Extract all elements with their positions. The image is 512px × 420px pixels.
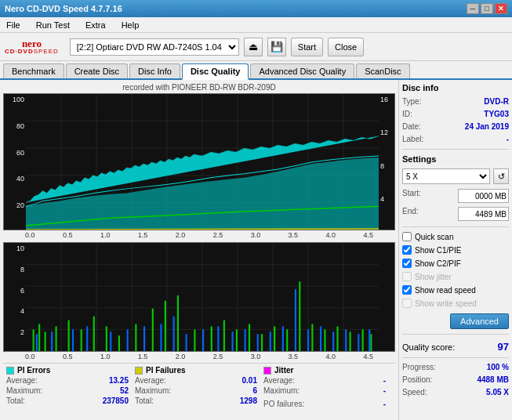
svg-rect-65 bbox=[173, 317, 175, 351]
svg-rect-59 bbox=[72, 329, 74, 351]
pi-errors-total-label: Total: bbox=[6, 396, 25, 405]
disc-date-value: 24 Jan 2019 bbox=[465, 122, 509, 131]
pi-failures-average-row: Average: 0.01 bbox=[135, 376, 263, 385]
bottom-chart-inner bbox=[26, 243, 379, 351]
pi-failures-average-label: Average: bbox=[135, 376, 166, 385]
speed-value: 5.05 X bbox=[486, 388, 509, 396]
disc-id-row: ID: TYG03 bbox=[402, 110, 509, 118]
window-title: Nero CD-DVD Speed 4.7.7.16 bbox=[5, 4, 122, 13]
toolbar: nero CD·DVDSPEED [2:2] Optiarc DVD RW AD… bbox=[0, 33, 512, 61]
menu-extra[interactable]: Extra bbox=[82, 19, 109, 31]
po-failures-value: - bbox=[383, 400, 386, 408]
jitter-max-label: Maximum: bbox=[263, 386, 300, 395]
top-y-axis-left: 100 80 60 40 20 bbox=[4, 94, 26, 230]
pi-failures-total-label: Total: bbox=[135, 396, 154, 405]
drive-select[interactable]: [2:2] Optiarc DVD RW AD-7240S 1.04 bbox=[70, 38, 239, 56]
end-mb-row: End: bbox=[402, 207, 509, 221]
svg-rect-34 bbox=[81, 329, 82, 351]
start-button[interactable]: Start bbox=[291, 38, 323, 56]
show-write-speed-checkbox[interactable] bbox=[402, 299, 412, 308]
tab-disc-info[interactable]: Disc Info bbox=[129, 63, 180, 78]
show-c2-pif-checkbox[interactable] bbox=[402, 259, 412, 268]
tab-bar: Benchmark Create Disc Disc Info Disc Qua… bbox=[0, 61, 512, 80]
svg-rect-75 bbox=[307, 329, 309, 351]
disc-label-row: Label: - bbox=[402, 135, 509, 143]
maximize-button[interactable]: □ bbox=[481, 3, 493, 14]
pi-errors-max-value: 52 bbox=[120, 386, 129, 395]
svg-rect-49 bbox=[286, 329, 288, 351]
settings-title: Settings bbox=[402, 154, 509, 164]
top-chart-inner bbox=[26, 94, 379, 230]
divider-1 bbox=[402, 149, 509, 150]
svg-rect-61 bbox=[110, 331, 111, 351]
show-read-speed-row: Show read speed bbox=[402, 285, 509, 295]
menu-help[interactable]: Help bbox=[118, 19, 143, 31]
svg-rect-69 bbox=[232, 331, 234, 351]
svg-rect-51 bbox=[311, 324, 313, 352]
progress-value: 100 % bbox=[487, 363, 509, 371]
svg-rect-35 bbox=[93, 317, 95, 351]
quality-score-label: Quality score: bbox=[402, 342, 455, 352]
tab-disc-quality[interactable]: Disc Quality bbox=[182, 63, 249, 80]
po-failures-row: PO failures: - bbox=[263, 400, 392, 408]
disc-type-row: Type: DVD-R bbox=[402, 97, 509, 106]
pi-errors-average-label: Average: bbox=[6, 376, 38, 385]
cd-brand: CD·DVDSPEED bbox=[5, 49, 59, 55]
pi-errors-color bbox=[6, 367, 14, 375]
close-window-button[interactable]: ✕ bbox=[495, 3, 507, 14]
divider-3 bbox=[402, 334, 509, 335]
pi-failures-legend: PI Failures Average: 0.01 Maximum: 6 Tot… bbox=[135, 366, 263, 408]
right-panel: Disc info Type: DVD-R ID: TYG03 Date: 24… bbox=[398, 80, 512, 420]
speed-select[interactable]: 5 X bbox=[402, 168, 490, 184]
save-icon[interactable]: 💾 bbox=[267, 38, 286, 56]
pi-errors-average-value: 13.25 bbox=[109, 376, 129, 385]
progress-row: Progress: 100 % bbox=[402, 363, 509, 371]
show-jitter-row: Show jitter bbox=[402, 272, 509, 281]
window-controls: ─ □ ✕ bbox=[467, 3, 507, 14]
svg-rect-54 bbox=[350, 331, 351, 351]
svg-rect-55 bbox=[362, 329, 364, 351]
menu-file[interactable]: File bbox=[3, 19, 24, 31]
show-read-speed-label: Show read speed bbox=[415, 286, 476, 295]
quick-scan-checkbox[interactable] bbox=[402, 232, 412, 241]
svg-rect-77 bbox=[332, 331, 334, 351]
disc-id-value: TYG03 bbox=[484, 110, 509, 118]
svg-rect-76 bbox=[320, 326, 321, 351]
end-mb-input[interactable] bbox=[458, 207, 509, 221]
svg-rect-52 bbox=[324, 329, 325, 351]
svg-rect-37 bbox=[118, 335, 120, 351]
pi-failures-total-value: 1298 bbox=[240, 396, 257, 405]
menu-run-test[interactable]: Run Test bbox=[33, 19, 73, 31]
tab-advanced-disc-quality[interactable]: Advanced Disc Quality bbox=[250, 63, 354, 78]
start-mb-input[interactable] bbox=[458, 189, 509, 203]
svg-rect-42 bbox=[194, 329, 195, 351]
minimize-button[interactable]: ─ bbox=[467, 3, 479, 14]
tab-create-disc[interactable]: Create Disc bbox=[66, 63, 128, 78]
pi-errors-max-row: Maximum: 52 bbox=[6, 386, 135, 395]
legend-area: PI Errors Average: 13.25 Maximum: 52 Tot… bbox=[3, 363, 395, 411]
svg-rect-38 bbox=[135, 324, 136, 352]
pi-failures-total-row: Total: 1298 bbox=[135, 396, 263, 405]
title-bar: Nero CD-DVD Speed 4.7.7.16 ─ □ ✕ bbox=[0, 0, 512, 17]
chart-area: recorded with PIONEER BD-RW BDR-209D 100… bbox=[0, 80, 398, 420]
svg-rect-60 bbox=[86, 326, 88, 351]
refresh-button[interactable]: ↺ bbox=[493, 168, 509, 184]
svg-rect-70 bbox=[245, 329, 246, 351]
close-button[interactable]: Close bbox=[328, 38, 364, 56]
svg-rect-73 bbox=[282, 326, 284, 351]
bottom-y-axis-left: 10 8 6 4 2 bbox=[4, 243, 26, 351]
svg-rect-29 bbox=[33, 329, 34, 351]
show-c1-pie-checkbox[interactable] bbox=[402, 245, 412, 255]
svg-rect-56 bbox=[370, 334, 372, 351]
show-read-speed-checkbox[interactable] bbox=[402, 285, 412, 295]
svg-rect-40 bbox=[165, 301, 166, 351]
show-jitter-checkbox[interactable] bbox=[402, 272, 412, 281]
eject-icon[interactable]: ⏏ bbox=[244, 38, 263, 56]
advanced-button[interactable]: Advanced bbox=[450, 313, 509, 329]
pi-errors-max-label: Maximum: bbox=[6, 386, 42, 395]
tab-benchmark[interactable]: Benchmark bbox=[3, 63, 64, 78]
start-mb-row: Start: bbox=[402, 189, 509, 203]
speed-row-bottom: Speed: 5.05 X bbox=[402, 388, 509, 396]
po-failures-label: PO failures: bbox=[263, 400, 304, 408]
tab-scan-disc[interactable]: ScanDisc bbox=[356, 63, 409, 78]
